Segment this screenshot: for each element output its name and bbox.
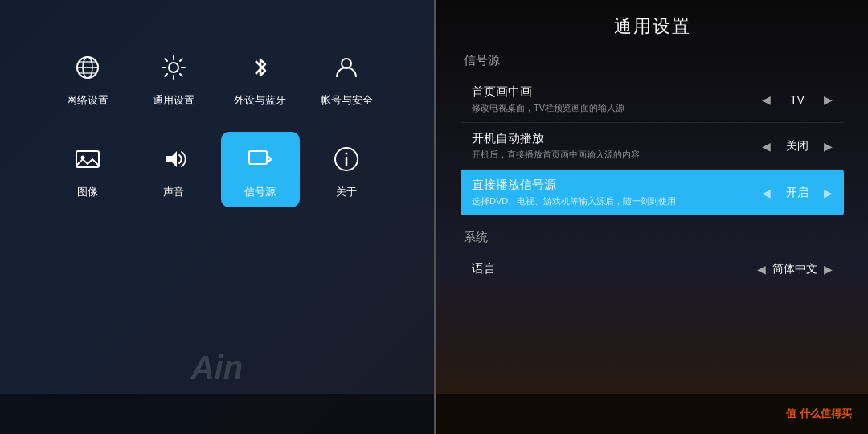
sound-label: 声音 (163, 185, 184, 199)
about-label: 关于 (336, 185, 357, 199)
autoplay-desc: 开机后，直接播放首页画中画输入源的内容 (472, 149, 762, 161)
setting-row-direct[interactable]: 直接播放信号源 选择DVD、电视、游戏机等输入源后，随一刻到使用 ◀ 开启 ▶ (461, 170, 844, 215)
pip-value: TV (777, 93, 817, 106)
sound-icon (154, 140, 193, 178)
menu-item-account[interactable]: 帐号与安全 (308, 40, 387, 116)
menu-item-image[interactable]: 图像 (48, 132, 127, 207)
language-name: 语言 (472, 261, 757, 276)
direct-arrow-left[interactable]: ◀ (762, 186, 771, 199)
left-content: 网络设置 通用设置 外设与蓝牙 (0, 0, 434, 223)
settings-list: 首页画中画 修改电视桌面，TV栏预览画面的输入源 ◀ TV ▶ 开机自动播放 开… (461, 76, 844, 215)
menu-item-sound[interactable]: 声音 (135, 132, 214, 207)
watermark-text: Ain (191, 350, 243, 386)
system-settings-list: 语言 ◀ 简体中文 ▶ (461, 253, 844, 285)
left-panel: 网络设置 通用设置 外设与蓝牙 (0, 0, 434, 434)
image-label: 图像 (77, 185, 98, 199)
menu-item-general[interactable]: 通用设置 (135, 40, 214, 116)
setting-row-autoplay-left: 开机自动播放 开机后，直接播放首页画中画输入源的内容 (472, 131, 762, 161)
general-label: 通用设置 (153, 93, 194, 108)
image-icon (68, 140, 107, 178)
svg-point-12 (346, 153, 348, 155)
setting-row-language[interactable]: 语言 ◀ 简体中文 ▶ (461, 253, 844, 285)
direct-desc: 选择DVD、电视、游戏机等输入源后，随一刻到使用 (472, 195, 762, 207)
account-label: 帐号与安全 (321, 93, 373, 108)
menu-grid: 网络设置 通用设置 外设与蓝牙 (48, 40, 386, 207)
pip-name: 首页画中画 (472, 84, 762, 100)
autoplay-value: 关闭 (777, 139, 817, 154)
menu-item-about[interactable]: 关于 (308, 132, 387, 207)
svg-rect-9 (249, 151, 267, 164)
page-title: 通用设置 (461, 14, 844, 39)
network-icon (68, 48, 107, 87)
network-label: 网络设置 (67, 93, 108, 108)
signal-label: 信号源 (244, 185, 276, 199)
pip-right: ◀ TV ▶ (762, 93, 833, 106)
setting-row-pip[interactable]: 首页画中画 修改电视桌面，TV栏预览画面的输入源 ◀ TV ▶ (461, 76, 844, 123)
account-icon (327, 48, 366, 87)
bluetooth-label: 外设与蓝牙 (234, 93, 286, 108)
menu-item-signal[interactable]: 信号源 (221, 132, 300, 207)
autoplay-right: ◀ 关闭 ▶ (762, 139, 833, 154)
language-arrow-left[interactable]: ◀ (757, 263, 766, 276)
watermark-logo: 值 什么值得买 (786, 407, 852, 421)
about-icon (327, 140, 366, 178)
pip-arrow-left[interactable]: ◀ (762, 93, 771, 106)
setting-row-pip-left: 首页画中画 修改电视桌面，TV栏预览画面的输入源 (472, 84, 762, 114)
bottom-bar-right: 值 什么值得买 (436, 394, 868, 434)
setting-row-direct-left: 直接播放信号源 选择DVD、电视、游戏机等输入源后，随一刻到使用 (472, 178, 762, 207)
right-panel: 通用设置 信号源 首页画中画 修改电视桌面，TV栏预览画面的输入源 ◀ TV ▶… (436, 0, 868, 434)
direct-arrow-right[interactable]: ▶ (824, 186, 833, 199)
direct-name: 直接播放信号源 (472, 178, 762, 193)
direct-right: ◀ 开启 ▶ (762, 186, 833, 200)
signal-section-label: 信号源 (461, 53, 844, 68)
right-content: 通用设置 信号源 首页画中画 修改电视桌面，TV栏预览画面的输入源 ◀ TV ▶… (436, 0, 868, 299)
autoplay-arrow-right[interactable]: ▶ (824, 140, 833, 153)
gear-icon (154, 48, 193, 87)
language-arrow-right[interactable]: ▶ (824, 263, 833, 276)
bluetooth-icon (241, 48, 280, 87)
autoplay-name: 开机自动播放 (472, 131, 762, 146)
language-left: 语言 (472, 261, 757, 276)
pip-desc: 修改电视桌面，TV栏预览画面的输入源 (472, 102, 762, 114)
svg-marker-8 (166, 151, 177, 167)
language-value: 简体中文 (772, 262, 817, 276)
direct-value: 开启 (777, 186, 817, 200)
signal-icon (241, 140, 280, 178)
menu-item-network[interactable]: 网络设置 (48, 40, 127, 116)
pip-arrow-right[interactable]: ▶ (824, 93, 833, 106)
bottom-bar-left (0, 394, 434, 434)
language-right: ◀ 简体中文 ▶ (757, 262, 833, 276)
system-section: 系统 语言 ◀ 简体中文 ▶ (461, 230, 844, 285)
setting-row-autoplay[interactable]: 开机自动播放 开机后，直接播放首页画中画输入源的内容 ◀ 关闭 ▶ (461, 123, 844, 170)
menu-item-bluetooth[interactable]: 外设与蓝牙 (221, 40, 300, 116)
autoplay-arrow-left[interactable]: ◀ (762, 140, 771, 153)
system-section-label: 系统 (461, 230, 844, 245)
